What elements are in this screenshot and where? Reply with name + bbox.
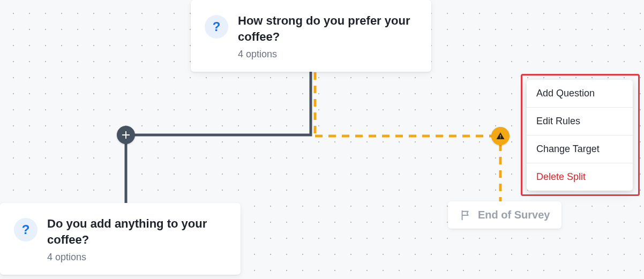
- question-meta: 4 options: [238, 49, 417, 60]
- question-title: Do you add anything to your coffee?: [47, 216, 227, 247]
- flag-icon: [460, 209, 471, 221]
- menu-change-target[interactable]: Change Target: [527, 135, 633, 163]
- question-icon: ?: [14, 218, 38, 242]
- question-mark-glyph: ?: [213, 19, 221, 34]
- end-of-survey-node[interactable]: End of Survey: [448, 201, 561, 229]
- question-meta: 4 options: [47, 252, 227, 263]
- svg-rect-0: [500, 135, 501, 137]
- question-card-coffee-strength[interactable]: ? How strong do you prefer your coffee? …: [191, 0, 431, 72]
- question-mark-glyph: ?: [22, 222, 30, 237]
- warning-node[interactable]: [491, 127, 510, 145]
- question-icon: ?: [205, 15, 228, 39]
- menu-delete-split[interactable]: Delete Split: [527, 163, 633, 191]
- menu-add-question[interactable]: Add Question: [527, 80, 633, 108]
- menu-edit-rules[interactable]: Edit Rules: [527, 108, 633, 135]
- warning-icon: [496, 131, 505, 141]
- svg-rect-1: [500, 138, 501, 139]
- context-menu: Add Question Edit Rules Change Target De…: [527, 80, 633, 191]
- flow-canvas[interactable]: ? How strong do you prefer your coffee? …: [0, 0, 644, 279]
- end-label: End of Survey: [478, 209, 550, 221]
- question-title: How strong do you prefer your coffee?: [238, 13, 417, 44]
- question-card-coffee-additions[interactable]: ? Do you add anything to your coffee? 4 …: [0, 203, 241, 275]
- add-branch-node[interactable]: [117, 126, 135, 144]
